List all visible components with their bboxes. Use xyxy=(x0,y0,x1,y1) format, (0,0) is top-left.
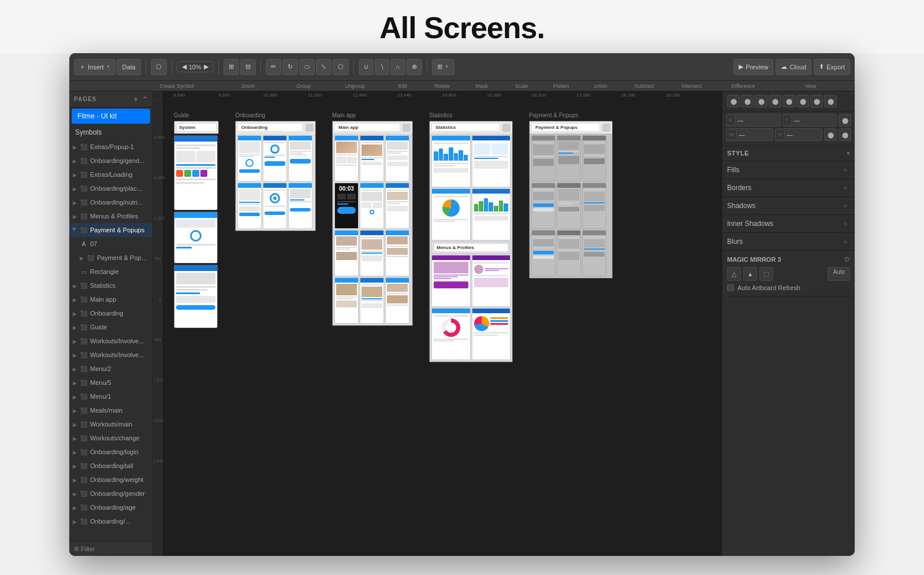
create-symbol-button[interactable]: ⬡ xyxy=(151,59,167,75)
layer-text-07[interactable]: A 07 xyxy=(69,237,152,251)
vruler-7: 1,920 xyxy=(153,378,162,382)
layer-onboarding-gend[interactable]: ▶ ⬛ Onboarding/gend... xyxy=(69,154,152,168)
layer-payment-popups[interactable]: ▶ ⬛ Payment & Popups xyxy=(69,223,152,237)
page-options-button[interactable]: ⌃ xyxy=(142,95,148,103)
layer-onboarding-nutri[interactable]: ▶ ⬛ Onboarding/nutri... xyxy=(69,195,152,209)
layer-main-app[interactable]: ▶ ⬛ Main app xyxy=(69,292,152,306)
export-button[interactable]: ⬆ Export xyxy=(814,59,850,75)
layer-menus-profiles[interactable]: ▶ ⬛ Menus & Profiles xyxy=(69,209,152,223)
mm-auto-button[interactable]: Auto xyxy=(828,267,850,281)
layer-workouts-2[interactable]: ▶ ⬛ Workouts/Involve... xyxy=(69,348,152,362)
layer-guide[interactable]: ▶ ⬛ Guide xyxy=(69,320,152,334)
mm-btn-1[interactable]: △ xyxy=(727,267,741,281)
style-expand-icon[interactable]: ▾ xyxy=(847,149,850,157)
layer-workouts-main[interactable]: ▶ ⬛ Workouts/main xyxy=(69,417,152,431)
align-bottom-btn[interactable]: ⬤ xyxy=(796,95,809,107)
intersect-button[interactable]: ∩ xyxy=(390,59,405,75)
layer-workouts-change[interactable]: ▶ ⬛ Workouts/change xyxy=(69,431,152,445)
x-input[interactable]: X — xyxy=(726,114,781,127)
fills-add-icon[interactable]: + xyxy=(841,165,850,175)
mask-button[interactable]: ⬭ xyxy=(299,59,315,75)
frame-icon-10: ⬛ xyxy=(80,295,88,303)
pay-screen-6 xyxy=(582,183,606,229)
magic-mirror-gear-icon[interactable]: ⚙ xyxy=(844,255,850,264)
lock-aspect-btn[interactable]: ⬤ xyxy=(839,114,851,127)
layer-onboarding-tall[interactable]: ▶ ⬛ Onboarding/tall xyxy=(69,459,152,473)
layer-onboarding-plac[interactable]: ▶ ⬛ Onboarding/plac... xyxy=(69,181,152,195)
mm-btn-2[interactable]: ▲ xyxy=(743,267,757,281)
cloud-button[interactable]: ☁ Cloud xyxy=(776,59,811,75)
w-input[interactable]: W — xyxy=(726,128,773,141)
ungroup-button[interactable]: ⊟ xyxy=(240,59,256,75)
shadows-add-icon[interactable]: + xyxy=(841,201,850,210)
distribute-v-btn[interactable]: ⬤ xyxy=(824,95,837,107)
shadows-prop[interactable]: Shadows + xyxy=(722,197,855,215)
artboards-container: Guide System xyxy=(174,112,613,362)
layer-workouts-1[interactable]: ▶ ⬛ Workouts/Involve... xyxy=(69,334,152,348)
layer-onboarding-age[interactable]: ▶ ⬛ Onboarding/age xyxy=(69,500,152,514)
distribute-h-btn[interactable]: ⬤ xyxy=(810,95,823,107)
rotate-button[interactable]: ↻ xyxy=(282,59,298,75)
blurs-add-icon[interactable]: + xyxy=(841,237,850,246)
align-middle-btn[interactable]: ⬤ xyxy=(783,95,795,107)
frame-icon-16: ⬛ xyxy=(80,379,88,387)
artboard-onboarding[interactable]: Onboarding xyxy=(235,121,316,231)
align-right-btn[interactable]: ⬤ xyxy=(755,95,767,107)
mm-btn-3[interactable]: ⬚ xyxy=(759,267,773,281)
pay-screen-7 xyxy=(531,230,556,276)
scale-button[interactable]: ⤡ xyxy=(316,59,331,75)
h-input[interactable]: H — xyxy=(775,128,822,141)
layer-onboarding-login[interactable]: ▶ ⬛ Onboarding/login xyxy=(69,445,152,459)
flatten-button[interactable]: ⬡ xyxy=(333,59,349,75)
union-button[interactable]: ∪ xyxy=(359,59,374,75)
data-button[interactable]: Data xyxy=(117,59,140,75)
zoom-control[interactable]: ◀ 10% ▶ xyxy=(177,61,214,72)
subtract-button[interactable]: ∖ xyxy=(375,59,389,75)
auto-artboard-checkbox[interactable] xyxy=(727,284,734,291)
canvas-area[interactable]: 8,640 9,600 10,560 11,520 12,480 13,440 … xyxy=(153,91,722,556)
align-top-btn[interactable]: ⬤ xyxy=(769,95,781,107)
borders-add-icon[interactable]: + xyxy=(841,183,850,192)
group-button[interactable]: ⊞ xyxy=(223,59,239,75)
main-screen-10 xyxy=(334,277,359,324)
flip-h-btn[interactable]: ⬤ xyxy=(824,128,837,141)
layer-menu5[interactable]: ▶ ⬛ Menu/5 xyxy=(69,376,152,389)
inner-shadows-prop[interactable]: Inner Shadows + xyxy=(722,215,855,233)
align-left-btn[interactable]: ⬤ xyxy=(727,95,740,107)
y-input[interactable]: Y — xyxy=(783,114,837,127)
layer-payment-popu[interactable]: ▶ ⬛ Payment & Popu... xyxy=(69,251,152,265)
layer-extras-loading[interactable]: ▶ ⬛ Extras/Loading xyxy=(69,168,152,181)
artboard-guide[interactable]: System xyxy=(174,121,219,328)
borders-prop[interactable]: Borders + xyxy=(722,179,855,197)
add-page-button[interactable]: ＋ xyxy=(132,94,140,105)
layer-menu1[interactable]: ▶ ⬛ Menu/1 xyxy=(69,389,152,403)
ruler-tick-10: 17,280 xyxy=(576,92,590,98)
layer-statistics[interactable]: ▶ ⬛ Statistics xyxy=(69,279,152,292)
flip-v-btn[interactable]: ⬤ xyxy=(839,128,851,141)
artboard-mainapp[interactable]: Main app xyxy=(332,121,413,326)
frame-icon-17: ⬛ xyxy=(80,392,88,400)
page-fitme[interactable]: Fitme - UI kit xyxy=(72,109,150,124)
preview-button[interactable]: ▶ Preview xyxy=(733,59,773,75)
layer-menu2[interactable]: ▶ ⬛ Menu/2 xyxy=(69,362,152,376)
layer-onboarding[interactable]: ▶ ⬛ Onboarding xyxy=(69,306,152,320)
insert-button[interactable]: ＋ Insert ▼ xyxy=(74,59,116,75)
view-button[interactable]: ⊞ ▼ xyxy=(432,59,454,75)
layer-meals-main[interactable]: ▶ ⬛ Meals/main xyxy=(69,403,152,417)
layer-onboarding-gender[interactable]: ▶ ⬛ Onboarding/gender xyxy=(69,487,152,500)
edit-button[interactable]: ✏ xyxy=(266,59,281,75)
align-center-btn[interactable]: ⬤ xyxy=(741,95,754,107)
layer-more[interactable]: ▶ ⬛ Onboarding/... xyxy=(69,514,152,528)
layer-onboarding-weight[interactable]: ▶ ⬛ Onboarding/weight xyxy=(69,473,152,487)
difference-button[interactable]: ⊕ xyxy=(407,59,422,75)
inner-shadows-add-icon[interactable]: + xyxy=(841,219,850,228)
blurs-prop[interactable]: Blurs + xyxy=(722,233,855,251)
artboard-statistics[interactable]: Statistics xyxy=(429,121,513,362)
artboard-payment[interactable]: Payment & Popups xyxy=(529,121,613,279)
page-symbols[interactable]: Symbols xyxy=(69,125,152,140)
layer-arrow: ▶ xyxy=(73,144,77,149)
fills-prop[interactable]: Fills + xyxy=(722,161,855,179)
frame-icon-24: ⬛ xyxy=(80,489,88,498)
layer-rectangle[interactable]: ▭ Rectangle xyxy=(69,265,152,279)
layer-extras-popup[interactable]: ▶ ⬛ Extras/Popup-1 xyxy=(69,140,152,154)
